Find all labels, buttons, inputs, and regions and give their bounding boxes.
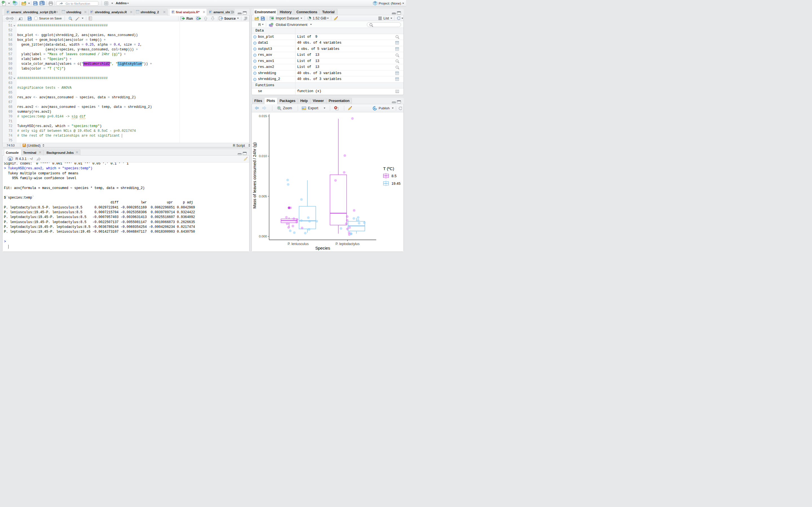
svg-text:8.5: 8.5 <box>392 173 397 178</box>
svg-text:19.45: 19.45 <box>392 181 401 185</box>
svg-text:0.005: 0.005 <box>259 194 267 198</box>
svg-text:0.015: 0.015 <box>259 114 267 117</box>
svg-text:T (ºC): T (ºC) <box>383 166 394 171</box>
svg-text:0.000: 0.000 <box>259 235 267 238</box>
svg-text:P. leptodactylus: P. leptodactylus <box>336 242 359 245</box>
svg-text:0.010: 0.010 <box>259 154 267 158</box>
svg-text:Mass of leaves consumed / 24hr: Mass of leaves consumed / 24hr (g) <box>252 142 257 209</box>
svg-text:R: R <box>91 11 93 13</box>
svg-text:R: R <box>172 11 173 13</box>
svg-text:R: R <box>210 11 211 13</box>
svg-text:R: R <box>9 158 11 161</box>
svg-text:P. leniusculus: P. leniusculus <box>288 242 308 245</box>
svg-text:R: R <box>374 1 376 4</box>
svg-text:R: R <box>7 11 9 13</box>
svg-text:Species: Species <box>315 245 330 250</box>
